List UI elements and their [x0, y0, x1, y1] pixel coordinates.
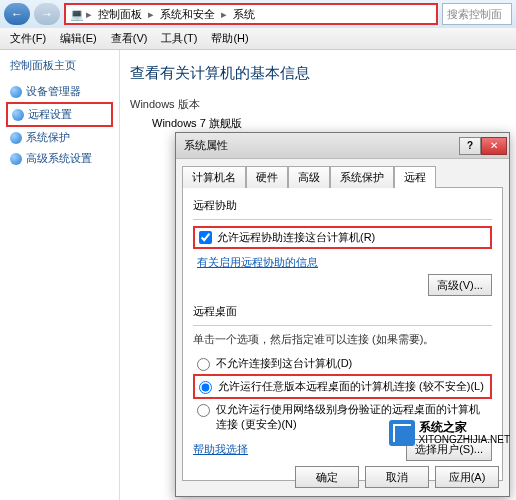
allow-remote-assistance-checkbox[interactable]: [199, 231, 212, 244]
menu-tools[interactable]: 工具(T): [155, 29, 203, 48]
tab-computer-name[interactable]: 计算机名: [182, 166, 246, 188]
menu-edit[interactable]: 编辑(E): [54, 29, 103, 48]
logo-text: 系统之家 XITONGZHIJIA.NET: [419, 421, 511, 445]
tabstrip: 计算机名 硬件 高级 系统保护 远程: [176, 159, 509, 187]
remote-icon: [12, 109, 24, 121]
watermark-logo: 系统之家 XITONGZHIJIA.NET: [389, 420, 511, 446]
tab-remote[interactable]: 远程: [394, 166, 436, 188]
menu-bar: 文件(F) 编辑(E) 查看(V) 工具(T) 帮助(H): [0, 28, 516, 50]
sidebar-item-label: 远程设置: [28, 107, 72, 122]
forward-button[interactable]: →: [34, 3, 60, 25]
rd-option-disallow[interactable]: 不允许连接到这台计算机(D): [193, 353, 492, 374]
windows-edition-value: Windows 7 旗舰版: [130, 116, 506, 131]
crumb-system[interactable]: 系统: [229, 5, 259, 24]
allow-remote-assistance-label: 允许远程协助连接这台计算机(R): [217, 230, 375, 245]
apply-button[interactable]: 应用(A): [435, 466, 499, 488]
sidebar-title[interactable]: 控制面板主页: [6, 58, 113, 73]
logo-icon: [389, 420, 415, 446]
shield-icon: [10, 132, 22, 144]
page-title: 查看有关计算机的基本信息: [130, 64, 506, 83]
menu-file[interactable]: 文件(F): [4, 29, 52, 48]
device-icon: [10, 86, 22, 98]
allow-remote-assistance-row[interactable]: 允许远程协助连接这台计算机(R): [193, 226, 492, 249]
tab-advanced[interactable]: 高级: [288, 166, 330, 188]
rd-radio-nla-only[interactable]: [197, 404, 210, 417]
dialog-titlebar[interactable]: 系统属性 ? ✕: [176, 133, 509, 159]
sidebar-item-system-protection[interactable]: 系统保护: [6, 127, 113, 148]
breadcrumb[interactable]: 💻 ▸ 控制面板 ▸ 系统和安全 ▸ 系统: [64, 3, 438, 25]
sidebar-item-label: 高级系统设置: [26, 151, 92, 166]
tab-system-protection[interactable]: 系统保护: [330, 166, 394, 188]
back-button[interactable]: ←: [4, 3, 30, 25]
close-button[interactable]: ✕: [481, 137, 507, 155]
chevron-right-icon: ▸: [86, 8, 92, 21]
divider: [193, 325, 492, 326]
sidebar-item-label: 设备管理器: [26, 84, 81, 99]
search-input[interactable]: 搜索控制面: [442, 3, 512, 25]
menu-help[interactable]: 帮助(H): [205, 29, 254, 48]
sidebar-item-label: 系统保护: [26, 130, 70, 145]
ok-button[interactable]: 确定: [295, 466, 359, 488]
group-remote-desktop: 远程桌面: [193, 304, 492, 319]
titlebar-buttons: ? ✕: [459, 137, 507, 155]
gear-icon: [10, 153, 22, 165]
rd-radio-disallow[interactable]: [197, 358, 210, 371]
tab-hardware[interactable]: 硬件: [246, 166, 288, 188]
remote-assistance-advanced-button[interactable]: 高级(V)...: [428, 274, 492, 296]
sidebar-item-device-manager[interactable]: 设备管理器: [6, 81, 113, 102]
help-me-choose-link[interactable]: 帮助我选择: [193, 442, 248, 457]
rd-option-label: 允许运行任意版本远程桌面的计算机连接 (较不安全)(L): [218, 379, 484, 394]
menu-view[interactable]: 查看(V): [105, 29, 154, 48]
divider: [193, 219, 492, 220]
dialog-button-row: 确定 取消 应用(A): [295, 466, 499, 488]
sidebar: 控制面板主页 设备管理器 远程设置 系统保护 高级系统设置: [0, 50, 120, 500]
sidebar-item-remote-settings[interactable]: 远程设置: [6, 102, 113, 127]
rd-radio-any-version[interactable]: [199, 381, 212, 394]
rd-option-any-version[interactable]: 允许运行任意版本远程桌面的计算机连接 (较不安全)(L): [193, 374, 492, 399]
group-remote-assistance: 远程协助: [193, 198, 492, 213]
remote-assistance-help-link[interactable]: 有关启用远程协助的信息: [197, 256, 318, 268]
crumb-system-security[interactable]: 系统和安全: [156, 5, 219, 24]
crumb-control-panel[interactable]: 控制面板: [94, 5, 146, 24]
help-button[interactable]: ?: [459, 137, 481, 155]
dialog-title: 系统属性: [184, 138, 228, 153]
nav-bar: ← → 💻 ▸ 控制面板 ▸ 系统和安全 ▸ 系统 搜索控制面: [0, 0, 516, 28]
computer-icon: 💻: [70, 8, 84, 21]
section-windows-edition: Windows 版本: [130, 97, 506, 112]
rd-option-label: 不允许连接到这台计算机(D): [216, 356, 352, 371]
sidebar-item-advanced[interactable]: 高级系统设置: [6, 148, 113, 169]
chevron-right-icon: ▸: [148, 8, 154, 21]
cancel-button[interactable]: 取消: [365, 466, 429, 488]
chevron-right-icon: ▸: [221, 8, 227, 21]
remote-desktop-desc: 单击一个选项，然后指定谁可以连接 (如果需要)。: [193, 332, 492, 347]
